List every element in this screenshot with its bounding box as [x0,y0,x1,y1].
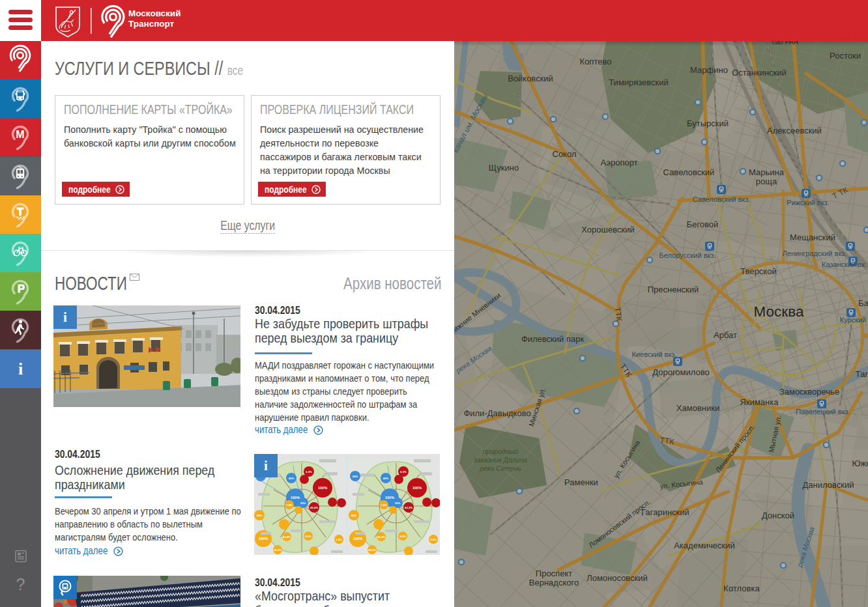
svg-text:М: М [16,129,24,140]
svg-text:Рижский вкз.: Рижский вкз. [787,199,829,206]
svg-text:ТТК: ТТК [613,307,624,322]
svg-text:7,9%: 7,9% [381,503,387,507]
svg-text:100%: 100% [385,496,394,500]
svg-text:Вернадского: Вернадского [529,578,579,587]
svg-text:Транспорт: Транспорт [128,19,175,29]
svg-text:Гагаринский: Гагаринский [641,507,689,517]
svg-text:6,3%: 6,3% [306,470,312,473]
svg-text:6,3%: 6,3% [400,470,407,473]
svg-text:реки Сетунь: реки Сетунь [479,464,521,472]
svg-text:36%: 36% [300,501,306,505]
svg-text:Замоскворечье: Замоскворечье [779,387,839,397]
svg-text:Тага: Тага [856,369,868,379]
svg-text:100%: 100% [259,537,268,541]
svg-text:Дорогомилово: Дорогомилово [652,367,709,377]
svg-text:Фили-Давыдково: Фили-Давыдково [463,408,530,418]
svg-text:заказник Долина: заказник Долина [473,456,527,464]
svg-text:Ба: Ба [858,298,868,308]
svg-text:3,4%: 3,4% [336,538,342,541]
svg-text:46,4%: 46,4% [283,535,291,539]
svg-text:Щукино: Щукино [489,163,519,173]
svg-text:Мещанский: Мещанский [790,233,835,242]
svg-text:Савеловский: Савеловский [663,167,715,177]
svg-text:100%: 100% [412,486,422,490]
svg-text:7,9%: 7,9% [286,503,293,507]
svg-text:Киевский вкз.: Киевский вкз. [632,350,677,358]
svg-text:Марьина: Марьина [749,167,785,177]
svg-text:Арбат: Арбат [714,330,737,340]
svg-text:Ленинградский вкз.: Ленинградский вкз. [783,249,847,257]
svg-text:Курский: Курский [840,316,867,324]
svg-text:Даниловский: Даниловский [803,480,854,490]
svg-text:Бутырский: Бутырский [687,119,729,128]
svg-text:3,4%: 3,4% [430,538,437,541]
svg-text:Савеловский вкз.: Савеловский вкз. [693,195,751,203]
svg-text:Коптево: Коптево [580,57,612,66]
svg-text:36%: 36% [395,501,401,505]
svg-text:46%: 46% [289,477,295,480]
svg-text:Проспект: Проспект [536,569,572,578]
svg-text:46,4%: 46,4% [377,535,385,539]
svg-text:Тимирязевский: Тимирязевский [609,78,668,87]
svg-text:Якиманка: Якиманка [740,397,779,407]
svg-text:5,2%: 5,2% [305,535,311,538]
svg-text:69%: 69% [351,514,357,517]
svg-text:Донской: Донской [762,511,794,520]
svg-text:Беговой: Беговой [687,219,719,229]
svg-text:45,9%: 45,9% [274,548,282,552]
svg-text:Белорусский вкз.: Белорусский вкз. [659,251,716,259]
svg-text:Сокол: Сокол [553,149,577,159]
svg-text:Московский: Московский [128,8,181,18]
svg-text:54%: 54% [353,475,358,478]
svg-text:природный: природный [483,447,518,455]
svg-text:100%: 100% [353,537,362,541]
svg-text:Аэропорт: Аэропорт [600,158,637,167]
svg-text:Хорошевский: Хорошевский [581,225,634,234]
svg-text:Ломоносовский: Ломоносовский [586,573,648,583]
svg-text:100%: 100% [291,496,300,500]
svg-text:i: i [18,360,23,378]
svg-text:46%: 46% [383,477,389,480]
svg-text:ТТК: ТТК [659,436,674,447]
svg-text:Тверской: Тверской [740,266,776,276]
svg-text:Казанский вк: Казанский вк [822,261,865,268]
svg-text:Ростоки: Ростоки [830,51,861,61]
svg-text:Филевский парк: Филевский парк [521,334,585,344]
svg-text:Павелецкий вкз.: Павелецкий вкз. [796,408,850,416]
svg-text:43,2%: 43,2% [405,506,412,509]
svg-text:Алексеевский: Алексеевский [767,126,822,135]
svg-text:Котловка: Котловка [723,584,760,593]
svg-text:Останкинский: Останкинский [732,68,787,78]
svg-text:Раменки: Раменки [564,477,598,487]
svg-text:43,2%: 43,2% [310,506,318,509]
svg-text:Марфино: Марфино [690,65,728,75]
svg-text:45,9%: 45,9% [368,548,376,552]
svg-text:5,2%: 5,2% [399,535,406,538]
svg-text:Пресненский: Пресненский [648,285,699,294]
svg-text:Войковский: Войковский [508,74,553,83]
svg-text:Южн: Южн [852,459,868,468]
svg-text:69%: 69% [257,514,263,517]
svg-text:100%: 100% [318,486,327,490]
svg-text:роща: роща [756,176,777,186]
svg-text:Хамовники: Хамовники [676,403,719,413]
svg-text:Москва: Москва [754,304,804,320]
svg-text:Академический: Академический [674,541,735,550]
